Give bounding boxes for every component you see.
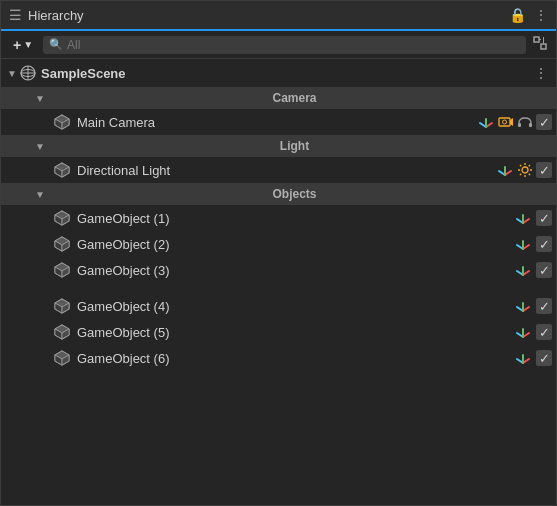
tree-content[interactable]: ▼ SampleScene ⋮ ▼ Camera Main C — [1, 59, 556, 505]
cube-icon-light — [53, 161, 71, 179]
scene-options-icon[interactable]: ⋮ — [530, 65, 552, 81]
light-category-label: Light — [47, 139, 556, 153]
svg-line-32 — [520, 165, 521, 166]
add-plus-icon: + — [13, 37, 21, 53]
axes-icon-5 — [514, 325, 532, 339]
gameobject-6-actions: ✓ — [514, 350, 552, 366]
audio-icon — [517, 115, 533, 129]
svg-rect-15 — [499, 118, 510, 126]
search-icon: 🔍 — [49, 38, 63, 51]
axes-icon-2 — [514, 237, 532, 251]
svg-rect-1 — [541, 44, 546, 49]
gameobject-5-actions: ✓ — [514, 324, 552, 340]
visibility-check-5[interactable]: ✓ — [536, 324, 552, 340]
visibility-check[interactable]: ✓ — [536, 114, 552, 130]
main-camera-row[interactable]: Main Camera — [1, 109, 556, 135]
cube-icon — [53, 113, 71, 131]
cube-icon-2 — [53, 235, 71, 253]
separator — [1, 283, 556, 293]
scene-name: SampleScene — [41, 66, 530, 81]
visibility-check-1[interactable]: ✓ — [536, 210, 552, 226]
svg-rect-19 — [529, 123, 532, 127]
focus-icon[interactable] — [532, 35, 548, 54]
axes-icon-6 — [514, 351, 532, 365]
directional-light-row[interactable]: Directional Light — [1, 157, 556, 183]
cube-icon-1 — [53, 209, 71, 227]
axes-icon — [477, 115, 495, 129]
gameobject-1-name: GameObject (1) — [77, 211, 514, 226]
gameobject-5-row[interactable]: GameObject (5) ✓ — [1, 319, 556, 345]
title-bar-right: 🔒 ⋮ — [509, 7, 548, 23]
main-camera-name: Main Camera — [77, 115, 477, 130]
objects-category-label: Objects — [47, 187, 556, 201]
gameobject-4-actions: ✓ — [514, 298, 552, 314]
axes-icon-4 — [514, 299, 532, 313]
search-bar: 🔍 — [43, 36, 526, 54]
cube-icon-5 — [53, 323, 71, 341]
title-bar-left: ☰ Hierarchy — [9, 7, 84, 23]
cube-icon-4 — [53, 297, 71, 315]
gameobject-3-row[interactable]: GameObject (3) ✓ — [1, 257, 556, 283]
visibility-check-3[interactable]: ✓ — [536, 262, 552, 278]
svg-line-34 — [529, 165, 530, 166]
gameobject-2-row[interactable]: GameObject (2) ✓ — [1, 231, 556, 257]
axes-icon-3 — [514, 263, 532, 277]
gameobject-5-name: GameObject (5) — [77, 325, 514, 340]
directional-light-actions: ✓ — [496, 162, 552, 178]
camera-icon — [498, 116, 514, 128]
axes-icon-light — [496, 163, 514, 177]
visibility-check-6[interactable]: ✓ — [536, 350, 552, 366]
camera-expand-arrow: ▼ — [33, 93, 47, 104]
gameobject-6-row[interactable]: GameObject (6) ✓ — [1, 345, 556, 371]
cube-icon-3 — [53, 261, 71, 279]
scene-row[interactable]: ▼ SampleScene ⋮ — [1, 59, 556, 87]
lock-icon[interactable]: 🔒 — [509, 7, 526, 23]
visibility-check-light[interactable]: ✓ — [536, 162, 552, 178]
visibility-check-4[interactable]: ✓ — [536, 298, 552, 314]
axes-icon-1 — [514, 211, 532, 225]
svg-line-33 — [529, 174, 530, 175]
gameobject-3-name: GameObject (3) — [77, 263, 514, 278]
main-camera-actions: ✓ — [477, 114, 552, 130]
more-options-icon[interactable]: ⋮ — [534, 7, 548, 23]
scene-icon — [19, 64, 37, 82]
svg-point-27 — [522, 167, 528, 173]
gameobject-2-name: GameObject (2) — [77, 237, 514, 252]
gameobject-3-actions: ✓ — [514, 262, 552, 278]
search-input[interactable] — [67, 38, 520, 52]
cube-icon-6 — [53, 349, 71, 367]
category-objects[interactable]: ▼ Objects — [1, 183, 556, 205]
category-light[interactable]: ▼ Light — [1, 135, 556, 157]
svg-rect-0 — [534, 37, 539, 42]
svg-point-17 — [503, 120, 507, 124]
gameobject-4-row[interactable]: GameObject (4) ✓ — [1, 293, 556, 319]
hamburger-icon[interactable]: ☰ — [9, 7, 22, 23]
objects-expand-arrow: ▼ — [33, 189, 47, 200]
hierarchy-panel: ☰ Hierarchy 🔒 ⋮ + ▼ 🔍 — [0, 0, 557, 506]
svg-line-35 — [520, 174, 521, 175]
svg-rect-18 — [518, 123, 521, 127]
gameobject-4-name: GameObject (4) — [77, 299, 514, 314]
visibility-check-2[interactable]: ✓ — [536, 236, 552, 252]
gameobject-2-actions: ✓ — [514, 236, 552, 252]
add-dropdown-icon: ▼ — [23, 39, 33, 50]
gameobject-6-name: GameObject (6) — [77, 351, 514, 366]
gameobject-1-actions: ✓ — [514, 210, 552, 226]
gameobject-1-row[interactable]: GameObject (1) ✓ — [1, 205, 556, 231]
light-expand-arrow: ▼ — [33, 141, 47, 152]
add-button[interactable]: + ▼ — [9, 35, 37, 55]
directional-light-name: Directional Light — [77, 163, 496, 178]
category-camera[interactable]: ▼ Camera — [1, 87, 556, 109]
camera-category-label: Camera — [47, 91, 556, 105]
light-icon — [517, 162, 533, 178]
scene-expand-arrow: ▼ — [5, 68, 19, 79]
toolbar: + ▼ 🔍 — [1, 31, 556, 59]
panel-title: Hierarchy — [28, 8, 84, 23]
title-bar: ☰ Hierarchy 🔒 ⋮ — [1, 1, 556, 31]
